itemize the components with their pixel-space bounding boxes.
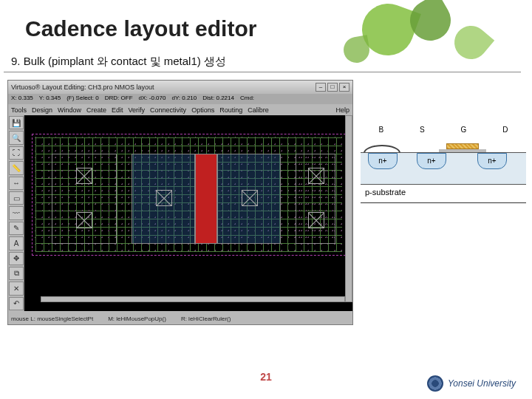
horizontal-scrollbar[interactable] [41,296,345,302]
menu-create[interactable]: Create [86,106,106,114]
tool-undo-icon[interactable]: ↶ [9,297,24,310]
terminal-bulk: B [378,126,383,142]
right-diffusion-region[interactable] [296,154,335,244]
menu-connectivity[interactable]: Connectivity [150,106,186,114]
vertical-toolbar[interactable]: 💾 🔍 ⛶ 📏 ↔ ▭ 〰 ✎ A ✥ ⧉ ✕ ↶ [8,115,24,311]
nplus-source: n+ [417,153,446,169]
tool-path-icon[interactable]: 〰 [9,206,24,219]
university-logo: Yonsei University [427,375,516,392]
seal-icon [427,375,443,392]
menu-routing[interactable]: Routing [219,106,242,114]
menu-help[interactable]: Help [335,106,349,114]
mouse-m: M: leHiMousePopUp() [108,316,166,324]
gate-poly [446,143,479,149]
contact-via[interactable] [76,168,92,184]
status-cmd: Cmd: [240,95,254,103]
menu-tools[interactable]: Tools [11,106,27,114]
menu-window[interactable]: Window [58,106,81,114]
status-y: Y: 0.345 [39,95,61,103]
bulk-contact-region[interactable] [52,154,117,244]
tool-rect-icon[interactable]: ▭ [9,191,24,205]
tool-pen-icon[interactable]: ✎ [9,222,24,235]
drain-metal-region[interactable] [217,154,281,244]
poly-gate-region[interactable] [195,154,217,244]
terminal-source: S [420,126,425,142]
active-region[interactable] [35,137,342,252]
tool-fit-icon[interactable]: ⛶ [9,146,24,160]
menu-options[interactable]: Options [191,106,214,114]
status-row: X: 0.335 Y: 0.345 (F) Select: 0 DRD: OFF… [8,94,352,104]
university-name: Yonsei University [448,378,516,389]
tool-copy-icon[interactable]: ⧉ [9,267,24,280]
vertical-scrollbar[interactable] [345,115,352,302]
tool-move-icon[interactable]: ✥ [9,252,24,265]
menu-design[interactable]: Design [32,106,52,114]
layout-canvas[interactable] [24,115,352,311]
contact-via[interactable] [76,212,92,228]
status-dx: dX: -0.070 [139,95,166,103]
contact-via[interactable] [242,190,258,206]
titlebar[interactable]: Virtuoso® Layout Editing: CH3.pro NMOS l… [8,81,352,94]
tool-delete-icon[interactable]: ✕ [9,282,24,295]
status-sel: (F) Select: 0 [66,95,99,103]
minimize-button[interactable]: – [316,83,326,92]
substrate-label: p-substrate [365,188,406,197]
contact-via[interactable] [308,212,324,228]
tool-save-icon[interactable]: 💾 [9,116,24,129]
terminal-gate: G [461,126,467,142]
cross-section-diagram: B S G D n+ n+ n+ p-substrate [361,126,526,222]
menubar[interactable]: Tools Design Window Create Edit Verify C… [8,104,352,115]
pimplant-region[interactable] [32,134,346,256]
slide-title: Cadence layout editor [0,0,532,41]
substrate: n+ n+ n+ [361,152,526,185]
nplus-drain: n+ [477,153,507,169]
status-dy: dY: 0.210 [171,95,197,103]
divider-line [361,202,526,203]
terminal-drain: D [502,126,508,142]
contact-via[interactable] [156,190,172,206]
step-label: 9. Bulk (pimplant 와 contact 및 metal1) 생성 [4,41,521,72]
status-x: X: 0.335 [11,95,33,103]
nplus-bulk: n+ [368,153,398,169]
source-metal-region[interactable] [132,154,195,244]
close-button[interactable]: × [339,83,349,92]
status-drd: DRD: OFF [105,95,133,103]
tool-label-icon[interactable]: A [9,236,24,250]
prompt-row: mouse L: mouseSingleSelectPt M: leHiMous… [8,316,352,324]
mouse-l: mouse L: mouseSingleSelectPt [11,316,93,324]
maximize-button[interactable]: □ [327,83,338,92]
tool-zoom-icon[interactable]: 🔍 [9,131,24,144]
virtuoso-window: Virtuoso® Layout Editing: CH3.pro NMOS l… [7,80,353,325]
status-dist: Dist: 0.2214 [202,95,234,103]
menu-verify[interactable]: Verify [129,106,146,114]
tool-ruler-icon[interactable]: 📏 [9,161,24,174]
menu-edit[interactable]: Edit [112,106,123,114]
contact-via[interactable] [308,168,324,184]
window-title: Virtuoso® Layout Editing: CH3.pro NMOS l… [11,83,154,91]
mouse-r: R: leHiClearRuler() [181,316,231,324]
tool-stretch-icon[interactable]: ↔ [9,177,24,190]
menu-calibre[interactable]: Calibre [248,106,269,114]
